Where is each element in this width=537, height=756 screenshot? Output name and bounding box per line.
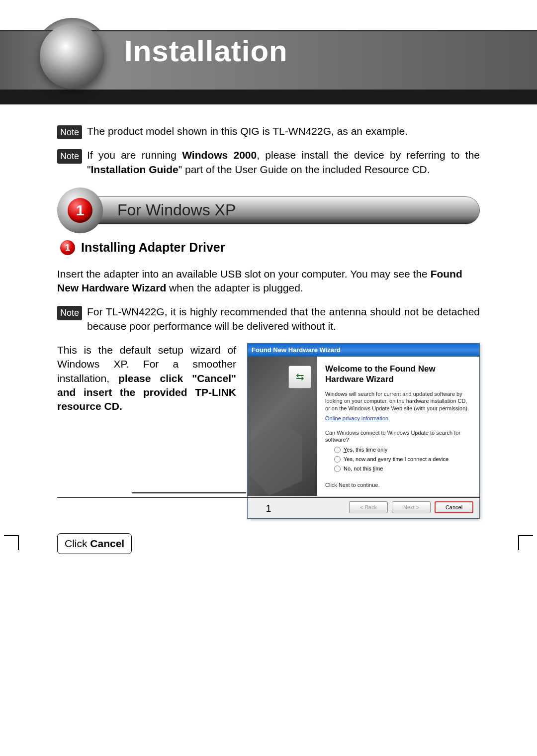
hardware-icon: ⇆ [288,366,311,388]
sub-heading: 1 Installing Adapter Driver [60,239,480,256]
wizard-titlebar: Found New Hardware Wizard [248,344,479,357]
radio-input[interactable] [334,466,341,472]
text: ime [374,466,383,472]
note-text: If you are running Windows 2000, please … [87,148,480,177]
radio-input[interactable] [334,456,341,463]
wizard-radio-group: Yes, this time only Yes, now and every t… [334,446,470,472]
section-number-circle-icon: 1 [57,188,103,233]
wizard-description: Windows will search for current and upda… [325,390,470,412]
instruction-column: This is the default setup wizard of Wind… [57,343,236,554]
radio-yes-once[interactable]: Yes, this time only [334,446,470,454]
radio-yes-always[interactable]: Yes, now and every time I connect a devi… [334,456,470,463]
section-header: For Windows XP 1 [57,196,480,224]
crop-mark [4,535,19,550]
text-bold: Cancel [90,538,124,549]
wizard-question: Can Windows connect to Windows Update to… [325,429,470,444]
header-sphere-icon [40,24,104,89]
section-title: For Windows XP [77,196,480,224]
note-badge: Note [57,306,82,320]
subhead-number-icon: 1 [60,240,75,255]
radio-no[interactable]: No, not this time [334,465,470,472]
section-number: 1 [68,198,92,223]
text: very time I connect a device [381,456,448,462]
wizard-heading: Welcome to the Found New Hardware Wizard [325,364,470,385]
note-row: Note The product model shown in this QIG… [57,124,480,139]
note-badge: Note [57,125,82,139]
note-badge: Note [57,149,82,163]
page-header: Installation [0,30,537,104]
page-title: Installation [124,34,288,68]
text: Insert the adapter into an available USB… [57,268,431,280]
text: If you are running [87,149,182,161]
page-number: 1 [266,503,271,514]
callout-connector-line [132,492,246,493]
radio-label: Yes, this time only [344,446,387,454]
privacy-link[interactable]: Online privacy information [325,415,388,422]
hardware-wizard-dialog: Found New Hardware Wizard ⇆ Welcome to t… [247,343,480,519]
callout-box: Click Cancel [57,533,132,554]
text: Yes, now and [344,456,378,462]
radio-label: Yes, now and every time I connect a devi… [344,456,448,463]
paragraph: Insert the adapter into an available USB… [57,267,480,295]
text: es, this time only [347,447,387,453]
wizard-continue-text: Click Next to continue. [325,481,470,488]
text-bold: Installation Guide [91,164,179,175]
note-text: For TL-WN422G, it is highly recommended … [87,305,480,333]
note-text: The product model shown in this QIG is T… [87,124,408,138]
text: when the adapter is plugged. [166,282,303,293]
text: No, not this [344,466,373,472]
wizard-decor-icon [248,421,302,496]
text-bold: Windows 2000 [182,149,257,161]
radio-input[interactable] [334,447,341,453]
text: " part of the User Guide on the included… [179,164,430,175]
page-footer: 1 [57,497,480,514]
wizard-sidebar: ⇆ [248,357,317,496]
crop-mark [518,535,533,550]
note-row: Note For TL-WN422G, it is highly recomme… [57,305,480,333]
subhead-title: Installing Adapter Driver [81,239,225,256]
note-row: Note If you are running Windows 2000, pl… [57,148,480,177]
paragraph: This is the default setup wizard of Wind… [57,343,236,414]
radio-label: No, not this time [344,465,383,472]
text: Click [65,538,90,549]
